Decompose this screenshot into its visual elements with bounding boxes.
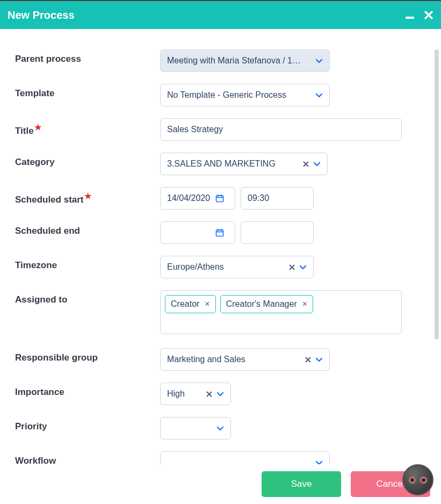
chevron-down-icon (216, 424, 224, 432)
chevron-down-icon (313, 160, 321, 168)
tag-label: Creator's Manager (226, 299, 297, 309)
responsible-group-value: Marketing and Sales (167, 355, 301, 364)
clear-icon[interactable] (305, 357, 311, 363)
timezone-select[interactable]: Europe/Athens (160, 256, 314, 278)
row-parent-process: Parent process Meeting with Maria Stefan… (15, 49, 426, 72)
row-scheduled-end: Scheduled end (15, 221, 426, 244)
label-priority: Priority (15, 417, 160, 432)
assigned-to-tags[interactable]: Creator × Creator's Manager × (160, 290, 402, 334)
save-button[interactable]: Save (262, 471, 341, 497)
importance-select[interactable]: High (160, 383, 231, 405)
label-importance: Importance (15, 383, 160, 398)
timezone-value: Europe/Athens (167, 262, 285, 272)
scheduled-end-date[interactable] (160, 221, 235, 244)
label-parent-process: Parent process (15, 49, 160, 64)
window-title: New Process (8, 9, 75, 21)
close-icon[interactable] (424, 10, 433, 20)
parent-process-select[interactable]: Meeting with Maria Stefanova / 1… (160, 49, 330, 72)
tag-label: Creator (171, 299, 199, 309)
row-template: Template No Template - Generic Process (15, 84, 426, 106)
chevron-down-icon (315, 57, 323, 64)
clear-icon[interactable] (206, 391, 212, 397)
tag-remove-icon[interactable]: × (302, 299, 307, 309)
row-assigned-to: Assigned to Creator × Creator's Manager … (15, 290, 426, 334)
template-value: No Template - Generic Process (167, 90, 311, 100)
label-scheduled-end: Scheduled end (15, 221, 160, 236)
label-timezone: Timezone (15, 256, 160, 271)
chevron-down-icon (216, 390, 224, 398)
chevron-down-icon (315, 356, 323, 363)
row-timezone: Timezone Europe/Athens (15, 256, 426, 278)
label-assigned-to: Assigned to (15, 290, 160, 305)
parent-process-value: Meeting with Maria Stefanova / 1… (167, 56, 311, 66)
titlebar-actions (406, 10, 433, 20)
chevron-down-icon (299, 263, 307, 271)
form-content: Parent process Meeting with Maria Stefan… (0, 29, 441, 464)
row-scheduled-start: Scheduled start★ (15, 187, 426, 210)
svg-rect-0 (216, 196, 223, 202)
label-title: Title★ (15, 118, 160, 136)
row-category: Category 3.SALES AND MARKETING (15, 153, 426, 175)
chevron-down-icon (315, 91, 323, 99)
responsible-group-select[interactable]: Marketing and Sales (160, 348, 330, 371)
scheduled-start-time-input[interactable] (248, 193, 307, 203)
scheduled-end-time[interactable] (241, 221, 314, 244)
importance-value: High (167, 389, 202, 399)
tag-creator[interactable]: Creator × (165, 295, 216, 313)
clear-icon[interactable] (303, 161, 309, 167)
category-select[interactable]: 3.SALES AND MARKETING (160, 153, 328, 175)
scheduled-start-date[interactable] (160, 187, 235, 210)
scheduled-end-time-input[interactable] (248, 228, 307, 237)
calendar-icon[interactable] (215, 194, 224, 203)
template-select[interactable]: No Template - Generic Process (160, 84, 330, 106)
svg-rect-1 (216, 230, 223, 236)
row-importance: Importance High (15, 383, 426, 405)
required-star-icon: ★ (34, 123, 41, 132)
title-input-wrapper (160, 118, 402, 141)
minimize-icon[interactable] (406, 17, 414, 19)
titlebar: New Process (0, 1, 441, 29)
footer: Save Cancel (0, 464, 441, 504)
calendar-icon[interactable] (215, 228, 224, 237)
priority-select[interactable] (160, 417, 231, 440)
label-scheduled-start: Scheduled start★ (15, 187, 160, 205)
required-star-icon: ★ (84, 191, 91, 200)
scheduled-start-date-input[interactable] (167, 193, 215, 203)
row-priority: Priority (15, 417, 426, 440)
row-responsible-group: Responsible group Marketing and Sales (15, 348, 426, 371)
label-template: Template (15, 84, 160, 99)
row-title: Title★ (15, 118, 426, 141)
label-responsible-group: Responsible group (15, 348, 160, 363)
label-category: Category (15, 153, 160, 168)
title-input[interactable] (167, 125, 395, 134)
chat-widget-icon[interactable] (402, 464, 433, 495)
scrollbar[interactable] (435, 49, 439, 340)
scheduled-start-time[interactable] (241, 187, 314, 210)
clear-icon[interactable] (289, 264, 295, 270)
tag-creators-manager[interactable]: Creator's Manager × (220, 295, 313, 313)
category-value: 3.SALES AND MARKETING (167, 159, 299, 169)
scheduled-end-date-input[interactable] (167, 228, 215, 237)
tag-remove-icon[interactable]: × (205, 299, 209, 309)
